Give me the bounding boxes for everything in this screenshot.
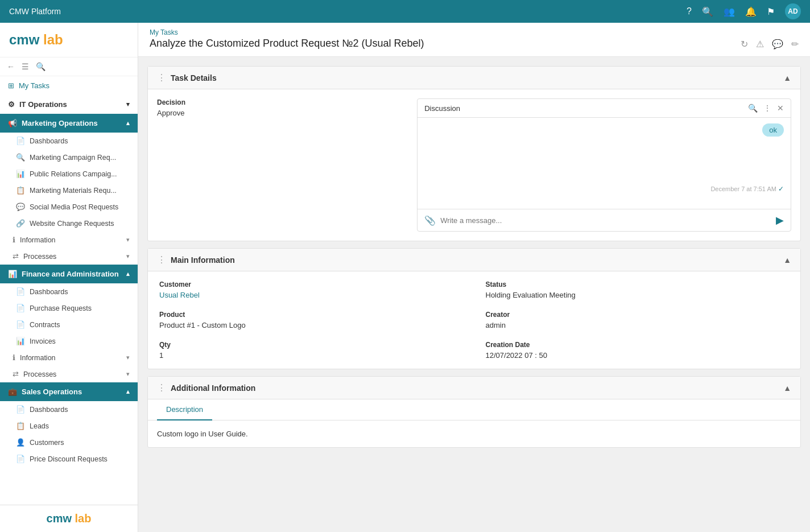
drag-handle-icon[interactable]: ⋮ xyxy=(157,254,166,265)
finance-icon: 📊 xyxy=(8,270,17,278)
sidebar-item-purchase-requests[interactable]: 📄 Purchase Requests xyxy=(0,300,138,316)
collapse-icon[interactable]: ▲ xyxy=(783,73,791,83)
main-information-section: ⋮ Main Information ▲ Customer Usual Rebe… xyxy=(147,248,801,369)
process-icon: ⇄ xyxy=(13,252,19,261)
section-header-left: ⋮ Additional Information xyxy=(157,382,255,393)
leads-label: Leads xyxy=(30,422,49,430)
collapse-icon[interactable]: ▲ xyxy=(783,383,791,393)
sidebar-nav: ⊞ My Tasks ⚙ IT Operations ▾ 📢 Marketing… xyxy=(0,76,138,505)
avatar[interactable]: AD xyxy=(785,3,801,19)
marketing-materials-label: Marketing Materials Requ... xyxy=(30,187,117,195)
check-icon: ✓ xyxy=(778,185,784,193)
task-details-title: Task Details xyxy=(171,73,217,83)
flag-icon[interactable]: ⚑ xyxy=(767,6,775,17)
sidebar-item-marketing-operations[interactable]: 📢 Marketing Operations ▴ xyxy=(0,114,138,133)
contracts-icon: 📄 xyxy=(16,320,25,329)
price-discount-label: Price Discount Requests xyxy=(30,455,108,463)
header-left: My Tasks Analyze the Customized Product … xyxy=(150,28,424,50)
customer-field: Customer Usual Rebel xyxy=(159,281,463,299)
discussion-icons: 🔍 ⋮ ✕ xyxy=(748,104,784,113)
sidebar-item-processes-1[interactable]: ⇄ Processes ▾ xyxy=(0,248,138,265)
chevron-up-icon: ▴ xyxy=(126,388,130,395)
search-icon[interactable]: 🔍 xyxy=(702,6,713,17)
sidebar-item-dashboards-mkt[interactable]: 📄 Dashboards xyxy=(0,133,138,149)
additional-body: Custom logo in User Guide. xyxy=(148,420,800,447)
sidebar-item-my-tasks[interactable]: ⊞ My Tasks xyxy=(0,76,138,95)
drag-handle-icon[interactable]: ⋮ xyxy=(157,382,166,393)
sidebar-item-customers[interactable]: 👤 Customers xyxy=(0,434,138,451)
purchase-requests-label: Purchase Requests xyxy=(30,304,92,312)
sidebar-item-contracts[interactable]: 📄 Contracts xyxy=(0,316,138,333)
sidebar-item-invoices[interactable]: 📊 Invoices xyxy=(0,333,138,349)
sidebar-item-finance-admin[interactable]: 📊 Finance and Administration ▴ xyxy=(0,265,138,283)
main-information-header: ⋮ Main Information ▲ xyxy=(148,249,800,271)
sales-operations-label: Sales Operations xyxy=(22,387,82,396)
creation-date-value: 12/07/2022 07 : 50 xyxy=(486,351,790,360)
price-icon: 📄 xyxy=(16,455,25,463)
customers-icon: 👤 xyxy=(16,438,25,447)
additional-information-header: ⋮ Additional Information ▲ xyxy=(148,377,800,399)
footer-logo: cmw lab xyxy=(47,512,92,525)
my-tasks-label: My Tasks xyxy=(19,81,49,90)
marketing-operations-label: Marketing Operations xyxy=(22,119,98,127)
users-icon[interactable]: 👥 xyxy=(724,6,735,17)
menu-icon[interactable]: ☰ xyxy=(22,62,29,71)
sidebar: cmw lab ← ☰ 🔍 ⊞ My Tasks ⚙ IT Operations… xyxy=(0,23,138,532)
discussion-search-icon[interactable]: 🔍 xyxy=(748,104,758,113)
comment-icon[interactable]: 💬 xyxy=(772,39,783,50)
send-button[interactable]: ▶ xyxy=(776,214,784,226)
sidebar-item-public-relations[interactable]: 📊 Public Relations Campaig... xyxy=(0,166,138,182)
refresh-icon[interactable]: ↻ xyxy=(741,39,748,50)
section-header-left: ⋮ Main Information xyxy=(157,254,235,265)
pr-icon: 📊 xyxy=(16,170,25,178)
info-icon: ℹ xyxy=(13,236,15,244)
sidebar-item-social-media[interactable]: 💬 Social Media Post Requests xyxy=(0,199,138,215)
information-1-label: Information xyxy=(20,236,56,244)
help-icon[interactable]: ? xyxy=(687,6,692,17)
breadcrumb[interactable]: My Tasks xyxy=(150,28,424,36)
drag-handle-icon[interactable]: ⋮ xyxy=(157,72,166,83)
sidebar-item-processes-2[interactable]: ⇄ Processes ▾ xyxy=(0,366,138,382)
purchase-icon: 📄 xyxy=(16,304,25,312)
edit-icon[interactable]: ✏ xyxy=(791,39,799,50)
sidebar-item-sales-operations[interactable]: 💼 Sales Operations ▴ xyxy=(0,382,138,401)
discussion-more-icon[interactable]: ⋮ xyxy=(763,104,771,113)
public-relations-label: Public Relations Campaig... xyxy=(30,170,117,178)
search-sidebar-icon[interactable]: 🔍 xyxy=(36,62,46,71)
chevron-down-icon: ▾ xyxy=(126,370,130,378)
social-icon: 💬 xyxy=(16,203,25,211)
it-icon: ⚙ xyxy=(8,100,15,109)
product-field: Product Product #1 - Custom Logo xyxy=(159,311,463,329)
page-header-icons: ↻ ⚠ 💬 ✏ xyxy=(741,39,799,50)
content-scroll: ⋮ Task Details ▲ Decision Approve Discus… xyxy=(138,57,810,532)
tab-description[interactable]: Description xyxy=(157,399,212,420)
creator-label: Creator xyxy=(486,311,790,319)
sidebar-item-marketing-materials[interactable]: 📋 Marketing Materials Requ... xyxy=(0,182,138,199)
bell-icon[interactable]: 🔔 xyxy=(745,6,757,17)
sidebar-controls: ← ☰ 🔍 xyxy=(0,57,138,76)
sidebar-item-information-2[interactable]: ℹ Information ▾ xyxy=(0,349,138,366)
invoices-label: Invoices xyxy=(30,337,56,345)
sidebar-item-marketing-campaign[interactable]: 🔍 Marketing Campaign Req... xyxy=(0,149,138,166)
customer-value[interactable]: Usual Rebel xyxy=(159,291,463,299)
sidebar-item-price-discount[interactable]: 📄 Price Discount Requests xyxy=(0,451,138,467)
sidebar-item-website-change[interactable]: 🔗 Website Change Requests xyxy=(0,215,138,232)
sidebar-item-dashboards-sales[interactable]: 📄 Dashboards xyxy=(0,401,138,418)
back-icon[interactable]: ← xyxy=(7,62,15,71)
task-details-body: Decision Approve Discussion 🔍 ⋮ ✕ xyxy=(148,89,800,241)
sales-icon: 💼 xyxy=(8,387,17,396)
sidebar-item-information-1[interactable]: ℹ Information ▾ xyxy=(0,232,138,248)
attach-icon[interactable]: 📎 xyxy=(424,215,436,226)
warning-icon[interactable]: ⚠ xyxy=(756,39,764,50)
tabs: Description xyxy=(148,399,800,420)
message-input[interactable] xyxy=(440,216,771,225)
sidebar-item-it-operations[interactable]: ⚙ IT Operations ▾ xyxy=(0,95,138,114)
creation-date-field: Creation Date 12/07/2022 07 : 50 xyxy=(486,341,790,360)
discussion-panel: Discussion 🔍 ⋮ ✕ ok December 7 at 7:51 A… xyxy=(417,98,791,232)
creator-field: Creator admin xyxy=(486,311,790,329)
discussion-close-icon[interactable]: ✕ xyxy=(777,104,784,113)
collapse-icon[interactable]: ▲ xyxy=(783,255,791,265)
discussion-body: ok December 7 at 7:51 AM ✓ xyxy=(418,118,791,209)
sidebar-item-leads[interactable]: 📋 Leads xyxy=(0,418,138,434)
sidebar-item-dashboards-fin[interactable]: 📄 Dashboards xyxy=(0,283,138,300)
